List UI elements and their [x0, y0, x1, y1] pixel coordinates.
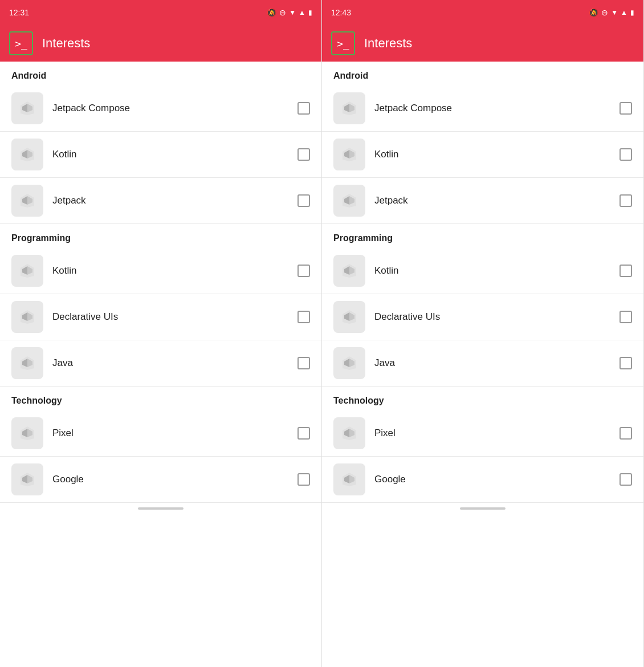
item-icon	[333, 185, 365, 217]
panel-left: 12:31 🔕 ⊖ ▼ ▲ ▮ >_InterestsAndroid Jetpa…	[0, 0, 322, 667]
list-item: Jetpack Compose	[322, 86, 643, 132]
battery-icon: ▮	[308, 9, 312, 17]
list-item: Jetpack	[0, 178, 321, 224]
item-label: Kotlin	[374, 149, 610, 160]
item-icon	[11, 347, 43, 379]
item-checkbox[interactable]	[619, 102, 632, 115]
list-item: Java	[322, 340, 643, 387]
item-label: Jetpack	[52, 195, 288, 206]
status-bar: 12:43 🔕 ⊖ ▼ ▲ ▮	[322, 0, 643, 25]
list-item: Jetpack Compose	[0, 86, 321, 132]
terminal-icon: >_	[337, 38, 349, 50]
item-icon	[333, 417, 365, 449]
mute-icon: 🔕	[267, 8, 276, 17]
list-item: Jetpack	[322, 178, 643, 224]
item-icon	[333, 92, 365, 124]
item-label: Declarative UIs	[52, 311, 288, 323]
item-checkbox[interactable]	[619, 427, 632, 440]
list-item: Declarative UIs	[0, 294, 321, 340]
section-header-technology-left: Technology	[0, 387, 321, 410]
item-icon	[333, 347, 365, 379]
item-checkbox[interactable]	[619, 473, 632, 486]
list-item: Google	[0, 457, 321, 503]
item-label: Kotlin	[52, 265, 288, 276]
app-bar-title: Interests	[42, 36, 90, 51]
wifi-icon: ▼	[611, 9, 618, 17]
terminal-icon: >_	[15, 38, 27, 50]
status-icons: 🔕 ⊖ ▼ ▲ ▮	[267, 8, 312, 17]
item-checkbox[interactable]	[297, 311, 310, 323]
item-icon	[333, 463, 365, 495]
item-checkbox[interactable]	[619, 311, 632, 323]
section-header-technology-right: Technology	[322, 387, 643, 410]
signal-icon: ▲	[299, 9, 305, 17]
item-label: Java	[52, 357, 288, 369]
item-icon	[11, 301, 43, 333]
scroll-indicator	[460, 507, 506, 510]
item-icon	[11, 139, 43, 170]
item-icon	[333, 255, 365, 287]
app-bar-icon-button[interactable]: >_	[331, 31, 355, 55]
item-label: Java	[374, 357, 610, 369]
panel-right: 12:43 🔕 ⊖ ▼ ▲ ▮ >_InterestsAndroid Jetpa…	[322, 0, 644, 667]
status-bar: 12:31 🔕 ⊖ ▼ ▲ ▮	[0, 0, 321, 25]
item-label: Jetpack Compose	[374, 103, 610, 114]
item-icon	[11, 92, 43, 124]
list-item: Declarative UIs	[322, 294, 643, 340]
content-area: Android Jetpack Compose Kotlin JetpackPr…	[322, 62, 643, 667]
item-icon	[333, 301, 365, 333]
item-label: Pixel	[374, 428, 610, 439]
item-checkbox[interactable]	[297, 194, 310, 207]
item-label: Declarative UIs	[374, 311, 610, 323]
app-bar: >_Interests	[322, 25, 643, 62]
item-label: Jetpack Compose	[52, 103, 288, 114]
item-checkbox[interactable]	[297, 102, 310, 115]
item-icon	[11, 417, 43, 449]
wifi-icon: ▼	[289, 9, 296, 17]
status-time: 12:43	[331, 8, 351, 17]
item-checkbox[interactable]	[619, 357, 632, 369]
item-checkbox[interactable]	[619, 148, 632, 161]
minus-icon: ⊖	[279, 8, 286, 17]
item-checkbox[interactable]	[619, 265, 632, 277]
item-checkbox[interactable]	[619, 194, 632, 207]
item-label: Kotlin	[52, 149, 288, 160]
signal-icon: ▲	[621, 9, 627, 17]
status-icons: 🔕 ⊖ ▼ ▲ ▮	[589, 8, 634, 17]
item-icon	[333, 139, 365, 170]
list-item: Java	[0, 340, 321, 387]
item-label: Kotlin	[374, 265, 610, 276]
battery-icon: ▮	[630, 9, 634, 17]
app-bar-icon-button[interactable]: >_	[9, 31, 33, 55]
item-label: Google	[374, 474, 610, 485]
item-checkbox[interactable]	[297, 473, 310, 486]
minus-icon: ⊖	[601, 8, 608, 17]
list-item: Pixel	[0, 410, 321, 457]
item-icon	[11, 185, 43, 217]
scroll-indicator	[138, 507, 184, 510]
item-checkbox[interactable]	[297, 427, 310, 440]
list-item: Pixel	[322, 410, 643, 457]
app-bar: >_Interests	[0, 25, 321, 62]
section-header-android-right: Android	[322, 62, 643, 86]
item-icon	[11, 463, 43, 495]
list-item: Kotlin	[322, 132, 643, 178]
app-bar-title: Interests	[364, 36, 412, 51]
section-header-programming-left: Programming	[0, 224, 321, 248]
item-label: Jetpack	[374, 195, 610, 206]
list-item: Kotlin	[0, 132, 321, 178]
content-area: Android Jetpack Compose Kotlin JetpackPr…	[0, 62, 321, 667]
item-label: Google	[52, 474, 288, 485]
status-time: 12:31	[9, 8, 29, 17]
item-checkbox[interactable]	[297, 148, 310, 161]
list-item: Kotlin	[322, 248, 643, 294]
mute-icon: 🔕	[589, 8, 598, 17]
item-icon	[11, 255, 43, 287]
section-header-programming-right: Programming	[322, 224, 643, 248]
item-label: Pixel	[52, 428, 288, 439]
section-header-android-left: Android	[0, 62, 321, 86]
item-checkbox[interactable]	[297, 357, 310, 369]
item-checkbox[interactable]	[297, 265, 310, 277]
list-item: Kotlin	[0, 248, 321, 294]
list-item: Google	[322, 457, 643, 503]
